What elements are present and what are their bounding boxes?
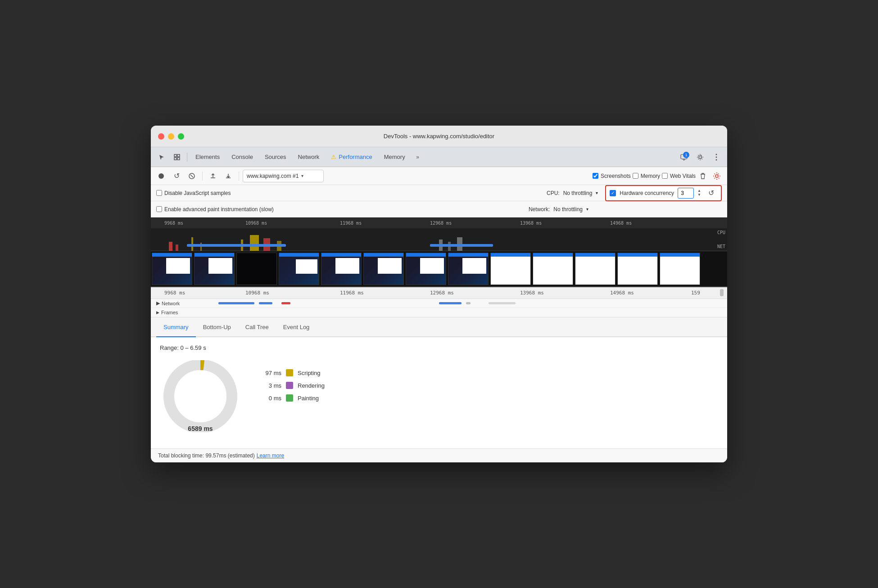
lower-ruler-4: 12968 ms (430, 290, 454, 296)
hw-concurrency-checkbox[interactable]: ✓ (610, 190, 616, 196)
ruler-label-6: 14968 ms (610, 221, 632, 226)
bottom-tabs: Summary Bottom-Up Call Tree Event Log (151, 317, 727, 337)
summary-content: 6589 ms 97 ms Scripting 3 ms Rendering 0… (160, 360, 718, 441)
network-track-label: Network (162, 301, 180, 306)
cpu-throttle-select[interactable]: No throttling ▾ (563, 190, 598, 196)
screenshots-checkbox-input[interactable] (593, 173, 598, 179)
options-row: Disable JavaScript samples CPU: No throt… (151, 185, 727, 201)
menu-button[interactable] (709, 150, 724, 164)
hw-concurrency-spinner[interactable]: ▲ ▼ (697, 189, 701, 197)
learn-more-link[interactable]: Learn more (257, 452, 284, 459)
tab-call-tree[interactable]: Call Tree (238, 317, 276, 337)
net-bar-upper (187, 244, 286, 247)
download-button[interactable] (222, 169, 235, 183)
minimize-button[interactable] (168, 133, 174, 140)
frames-row[interactable]: ▶ Frames (151, 308, 727, 317)
tab-event-log[interactable]: Event Log (276, 317, 317, 337)
lower-ruler-7: 159 (691, 290, 700, 296)
tab-network[interactable]: Network (293, 150, 325, 164)
tracks-area: ▶ Network ▶ Frames (151, 299, 727, 317)
screenshot-13 (660, 253, 700, 285)
maximize-button[interactable] (178, 133, 184, 140)
disable-js-samples-option[interactable]: Disable JavaScript samples (156, 190, 231, 196)
warning-icon: ⚠ (331, 154, 336, 160)
title-bar: DevTools - www.kapwing.com/studio/editor (151, 126, 727, 147)
screenshots-checkbox[interactable]: Screenshots (593, 173, 631, 179)
upper-timeline: 9968 ms 10968 ms 11968 ms 12968 ms 13968… (151, 217, 727, 287)
lower-ruler-5: 13968 ms (520, 290, 544, 296)
hw-concurrency-input[interactable]: 3 (678, 188, 694, 199)
svg-point-9 (158, 173, 164, 179)
tab-performance[interactable]: ⚠ Performance (326, 150, 377, 164)
painting-value: 0 ms (259, 395, 281, 402)
tab-bottom-up[interactable]: Bottom-Up (196, 317, 238, 337)
stop-button[interactable] (185, 169, 199, 183)
svg-rect-3 (177, 158, 180, 160)
net-bar-3 (281, 302, 290, 304)
web-vitals-checkbox[interactable]: Web Vitals (662, 173, 696, 179)
memory-checkbox-input[interactable] (633, 173, 638, 179)
disable-js-checkbox[interactable] (156, 190, 162, 196)
tab-separator (187, 153, 187, 162)
network-throttle-select[interactable]: No throttling ▾ (553, 206, 588, 213)
settings-button[interactable] (693, 150, 707, 164)
rendering-label: Rendering (298, 382, 325, 389)
screenshot-12 (617, 253, 658, 285)
hardware-concurrency-group: ✓ Hardware concurrency 3 ▲ ▼ ↺ (605, 185, 722, 201)
enable-paint-checkbox[interactable] (156, 206, 162, 212)
settings-red-button[interactable] (710, 169, 724, 183)
tab-memory[interactable]: Memory (379, 150, 411, 164)
scroll-thumb[interactable] (720, 289, 724, 296)
memory-checkbox[interactable]: Memory (633, 173, 660, 179)
svg-point-5 (699, 156, 701, 158)
svg-point-12 (715, 175, 718, 177)
screenshot-7 (406, 253, 446, 285)
screenshot-9 (490, 253, 531, 285)
network-expand-icon[interactable]: ▶ (156, 300, 160, 306)
scripting-color (286, 369, 293, 376)
url-selector[interactable]: www.kapwing.com #1 ▾ (243, 170, 324, 182)
cursor-icon[interactable] (154, 150, 169, 164)
upload-button[interactable] (206, 169, 220, 183)
painting-color (286, 394, 293, 402)
pie-chart: 6589 ms (160, 360, 241, 441)
inspect-icon[interactable] (170, 150, 184, 164)
screenshot-4 (279, 253, 319, 285)
enable-paint-option[interactable]: Enable advanced paint instrumentation (s… (156, 206, 274, 213)
lower-ruler-3: 11968 ms (340, 290, 364, 296)
tab-actions: 1 (677, 150, 724, 164)
screenshot-10 (533, 253, 573, 285)
tab-console[interactable]: Console (226, 150, 258, 164)
toolbar-separator-2 (239, 172, 239, 181)
notifications-button[interactable]: 1 (677, 150, 691, 164)
tab-sources[interactable]: Sources (259, 150, 292, 164)
legend: 97 ms Scripting 3 ms Rendering 0 ms Pain… (259, 360, 325, 402)
trash-button[interactable] (697, 171, 708, 181)
record-button[interactable] (154, 169, 168, 183)
legend-painting: 0 ms Painting (259, 394, 325, 402)
ruler-label-5: 13968 ms (520, 221, 542, 226)
more-tabs-button[interactable]: » (412, 151, 424, 163)
cpu-bar-1 (169, 242, 172, 251)
screenshot-6 (363, 253, 404, 285)
ruler-label-1: 9968 ms (164, 221, 183, 226)
toolbar-separator-1 (202, 172, 203, 181)
rendering-value: 3 ms (259, 382, 281, 389)
pie-center-ms: 6589 ms (188, 425, 213, 432)
ruler-label-2: 10968 ms (245, 221, 267, 226)
net-bar-4 (439, 302, 462, 304)
tab-elements[interactable]: Elements (190, 150, 225, 164)
reload-button[interactable]: ↺ (170, 169, 183, 183)
ruler-label-4: 12968 ms (430, 221, 452, 226)
painting-label: Painting (298, 395, 319, 402)
net-bar-upper-2 (430, 244, 493, 247)
svg-rect-2 (174, 158, 177, 160)
close-button[interactable] (158, 133, 164, 140)
svg-point-6 (716, 154, 717, 155)
net-bar-2 (259, 302, 272, 304)
web-vitals-checkbox-input[interactable] (662, 173, 668, 179)
lower-ruler-2: 10968 ms (245, 290, 269, 296)
hw-concurrency-reset[interactable]: ↺ (705, 187, 717, 199)
tab-summary[interactable]: Summary (156, 317, 196, 337)
net-bar-1 (218, 302, 254, 304)
